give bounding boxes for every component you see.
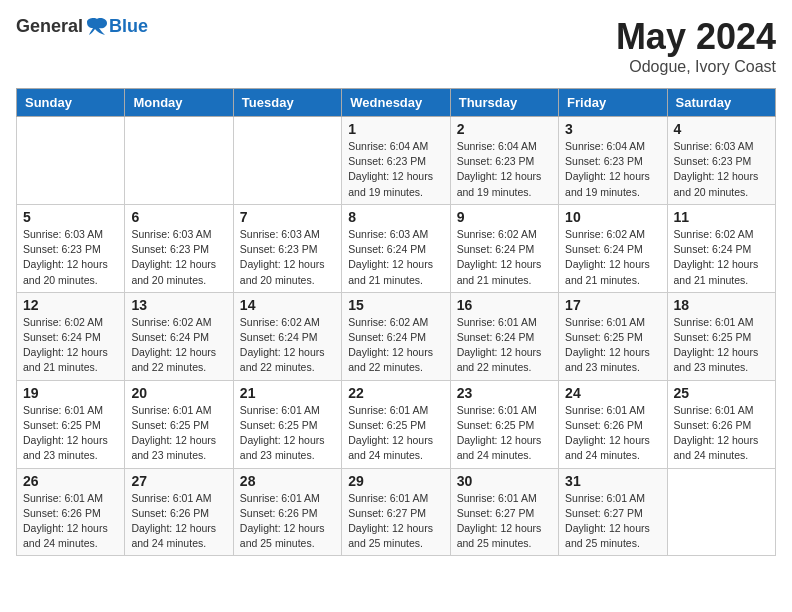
- title-area: May 2024 Odogue, Ivory Coast: [616, 16, 776, 76]
- calendar-day-cell: 21Sunrise: 6:01 AM Sunset: 6:25 PM Dayli…: [233, 380, 341, 468]
- calendar-day-cell: 13Sunrise: 6:02 AM Sunset: 6:24 PM Dayli…: [125, 292, 233, 380]
- day-number: 3: [565, 121, 660, 137]
- calendar-day-cell: [667, 468, 775, 556]
- calendar-day-cell: 17Sunrise: 6:01 AM Sunset: 6:25 PM Dayli…: [559, 292, 667, 380]
- day-info: Sunrise: 6:01 AM Sunset: 6:25 PM Dayligh…: [23, 403, 118, 464]
- day-number: 2: [457, 121, 552, 137]
- calendar-day-cell: 5Sunrise: 6:03 AM Sunset: 6:23 PM Daylig…: [17, 204, 125, 292]
- calendar-day-cell: 4Sunrise: 6:03 AM Sunset: 6:23 PM Daylig…: [667, 117, 775, 205]
- day-number: 22: [348, 385, 443, 401]
- calendar-day-cell: 7Sunrise: 6:03 AM Sunset: 6:23 PM Daylig…: [233, 204, 341, 292]
- day-info: Sunrise: 6:01 AM Sunset: 6:26 PM Dayligh…: [131, 491, 226, 552]
- calendar-day-cell: 15Sunrise: 6:02 AM Sunset: 6:24 PM Dayli…: [342, 292, 450, 380]
- day-number: 16: [457, 297, 552, 313]
- day-info: Sunrise: 6:01 AM Sunset: 6:27 PM Dayligh…: [348, 491, 443, 552]
- calendar-day-cell: 25Sunrise: 6:01 AM Sunset: 6:26 PM Dayli…: [667, 380, 775, 468]
- day-info: Sunrise: 6:02 AM Sunset: 6:24 PM Dayligh…: [131, 315, 226, 376]
- calendar-day-cell: 14Sunrise: 6:02 AM Sunset: 6:24 PM Dayli…: [233, 292, 341, 380]
- day-info: Sunrise: 6:04 AM Sunset: 6:23 PM Dayligh…: [457, 139, 552, 200]
- calendar-day-cell: 10Sunrise: 6:02 AM Sunset: 6:24 PM Dayli…: [559, 204, 667, 292]
- day-info: Sunrise: 6:01 AM Sunset: 6:25 PM Dayligh…: [457, 403, 552, 464]
- day-info: Sunrise: 6:04 AM Sunset: 6:23 PM Dayligh…: [565, 139, 660, 200]
- logo-bird-icon: [85, 17, 109, 37]
- day-number: 30: [457, 473, 552, 489]
- calendar-day-header: Wednesday: [342, 89, 450, 117]
- calendar-week-row: 1Sunrise: 6:04 AM Sunset: 6:23 PM Daylig…: [17, 117, 776, 205]
- calendar-day-cell: 23Sunrise: 6:01 AM Sunset: 6:25 PM Dayli…: [450, 380, 558, 468]
- day-number: 17: [565, 297, 660, 313]
- calendar-week-row: 19Sunrise: 6:01 AM Sunset: 6:25 PM Dayli…: [17, 380, 776, 468]
- day-info: Sunrise: 6:01 AM Sunset: 6:25 PM Dayligh…: [348, 403, 443, 464]
- page-header: General Blue May 2024 Odogue, Ivory Coas…: [16, 16, 776, 76]
- calendar-day-cell: 6Sunrise: 6:03 AM Sunset: 6:23 PM Daylig…: [125, 204, 233, 292]
- day-number: 15: [348, 297, 443, 313]
- logo: General Blue: [16, 16, 148, 37]
- calendar-week-row: 5Sunrise: 6:03 AM Sunset: 6:23 PM Daylig…: [17, 204, 776, 292]
- day-info: Sunrise: 6:02 AM Sunset: 6:24 PM Dayligh…: [348, 315, 443, 376]
- calendar-day-cell: [125, 117, 233, 205]
- calendar-day-header: Saturday: [667, 89, 775, 117]
- day-info: Sunrise: 6:03 AM Sunset: 6:23 PM Dayligh…: [131, 227, 226, 288]
- day-number: 18: [674, 297, 769, 313]
- calendar-day-header: Tuesday: [233, 89, 341, 117]
- day-number: 27: [131, 473, 226, 489]
- day-info: Sunrise: 6:03 AM Sunset: 6:23 PM Dayligh…: [23, 227, 118, 288]
- calendar-day-header: Friday: [559, 89, 667, 117]
- calendar-day-cell: 27Sunrise: 6:01 AM Sunset: 6:26 PM Dayli…: [125, 468, 233, 556]
- day-info: Sunrise: 6:01 AM Sunset: 6:25 PM Dayligh…: [674, 315, 769, 376]
- day-number: 20: [131, 385, 226, 401]
- calendar-day-cell: 31Sunrise: 6:01 AM Sunset: 6:27 PM Dayli…: [559, 468, 667, 556]
- day-info: Sunrise: 6:02 AM Sunset: 6:24 PM Dayligh…: [565, 227, 660, 288]
- day-number: 24: [565, 385, 660, 401]
- day-info: Sunrise: 6:01 AM Sunset: 6:26 PM Dayligh…: [240, 491, 335, 552]
- day-info: Sunrise: 6:01 AM Sunset: 6:26 PM Dayligh…: [565, 403, 660, 464]
- day-info: Sunrise: 6:01 AM Sunset: 6:26 PM Dayligh…: [23, 491, 118, 552]
- day-number: 6: [131, 209, 226, 225]
- day-number: 29: [348, 473, 443, 489]
- day-info: Sunrise: 6:01 AM Sunset: 6:27 PM Dayligh…: [457, 491, 552, 552]
- day-number: 4: [674, 121, 769, 137]
- day-number: 19: [23, 385, 118, 401]
- calendar-day-cell: 3Sunrise: 6:04 AM Sunset: 6:23 PM Daylig…: [559, 117, 667, 205]
- day-number: 1: [348, 121, 443, 137]
- day-info: Sunrise: 6:02 AM Sunset: 6:24 PM Dayligh…: [674, 227, 769, 288]
- day-number: 23: [457, 385, 552, 401]
- day-number: 28: [240, 473, 335, 489]
- calendar-day-header: Monday: [125, 89, 233, 117]
- calendar-day-header: Sunday: [17, 89, 125, 117]
- calendar-day-cell: 28Sunrise: 6:01 AM Sunset: 6:26 PM Dayli…: [233, 468, 341, 556]
- calendar-day-cell: 1Sunrise: 6:04 AM Sunset: 6:23 PM Daylig…: [342, 117, 450, 205]
- day-info: Sunrise: 6:02 AM Sunset: 6:24 PM Dayligh…: [457, 227, 552, 288]
- day-number: 21: [240, 385, 335, 401]
- day-info: Sunrise: 6:01 AM Sunset: 6:27 PM Dayligh…: [565, 491, 660, 552]
- calendar-day-cell: 26Sunrise: 6:01 AM Sunset: 6:26 PM Dayli…: [17, 468, 125, 556]
- day-number: 10: [565, 209, 660, 225]
- calendar-day-cell: [17, 117, 125, 205]
- calendar-day-cell: 9Sunrise: 6:02 AM Sunset: 6:24 PM Daylig…: [450, 204, 558, 292]
- calendar-day-cell: 12Sunrise: 6:02 AM Sunset: 6:24 PM Dayli…: [17, 292, 125, 380]
- logo-blue-text: Blue: [109, 16, 148, 37]
- calendar-day-cell: 22Sunrise: 6:01 AM Sunset: 6:25 PM Dayli…: [342, 380, 450, 468]
- calendar-week-row: 26Sunrise: 6:01 AM Sunset: 6:26 PM Dayli…: [17, 468, 776, 556]
- day-number: 12: [23, 297, 118, 313]
- day-number: 14: [240, 297, 335, 313]
- calendar-week-row: 12Sunrise: 6:02 AM Sunset: 6:24 PM Dayli…: [17, 292, 776, 380]
- calendar-day-cell: 18Sunrise: 6:01 AM Sunset: 6:25 PM Dayli…: [667, 292, 775, 380]
- calendar-day-cell: 16Sunrise: 6:01 AM Sunset: 6:24 PM Dayli…: [450, 292, 558, 380]
- calendar-day-cell: [233, 117, 341, 205]
- calendar-day-cell: 11Sunrise: 6:02 AM Sunset: 6:24 PM Dayli…: [667, 204, 775, 292]
- day-number: 8: [348, 209, 443, 225]
- day-info: Sunrise: 6:03 AM Sunset: 6:24 PM Dayligh…: [348, 227, 443, 288]
- day-number: 11: [674, 209, 769, 225]
- day-info: Sunrise: 6:03 AM Sunset: 6:23 PM Dayligh…: [240, 227, 335, 288]
- calendar-day-cell: 2Sunrise: 6:04 AM Sunset: 6:23 PM Daylig…: [450, 117, 558, 205]
- day-info: Sunrise: 6:01 AM Sunset: 6:25 PM Dayligh…: [240, 403, 335, 464]
- day-number: 25: [674, 385, 769, 401]
- month-title: May 2024: [616, 16, 776, 58]
- day-info: Sunrise: 6:04 AM Sunset: 6:23 PM Dayligh…: [348, 139, 443, 200]
- calendar-day-cell: 24Sunrise: 6:01 AM Sunset: 6:26 PM Dayli…: [559, 380, 667, 468]
- day-number: 7: [240, 209, 335, 225]
- calendar-day-cell: 8Sunrise: 6:03 AM Sunset: 6:24 PM Daylig…: [342, 204, 450, 292]
- day-info: Sunrise: 6:01 AM Sunset: 6:25 PM Dayligh…: [565, 315, 660, 376]
- calendar-header-row: SundayMondayTuesdayWednesdayThursdayFrid…: [17, 89, 776, 117]
